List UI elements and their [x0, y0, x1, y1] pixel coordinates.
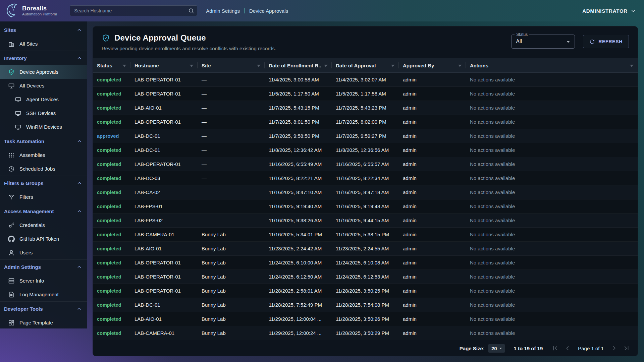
column-header-hostname[interactable]: Hostname	[130, 58, 198, 72]
filter-icon[interactable]	[629, 63, 634, 68]
previous-page-icon[interactable]	[564, 345, 571, 352]
table-row[interactable]: completedLAB-AIO-01Bunny Lab11/23/2025, …	[93, 242, 638, 256]
cell-hostname: LAB-AIO-01	[130, 316, 198, 322]
devices-icon	[8, 82, 15, 89]
sidebar-item-log-management[interactable]: Log Management	[0, 288, 87, 301]
sidebar-item-all-sites[interactable]: All Sites	[0, 37, 87, 51]
cell-site: Bunny Lab	[198, 302, 265, 308]
column-header-status[interactable]: Status	[93, 58, 130, 72]
chevron-up-icon	[76, 27, 82, 33]
sidebar-item-filters[interactable]: Filters	[0, 190, 87, 204]
status-filter-select[interactable]: Status All	[511, 35, 575, 49]
table-row[interactable]: completedLAB-OPERATOR-01Bunny Lab11/24/2…	[93, 256, 638, 270]
column-header-actions[interactable]: Actions	[466, 58, 638, 72]
filter-icon[interactable]	[122, 63, 127, 68]
table-row[interactable]: completedLAB-DC-01Bunny Lab11/28/2025, 7…	[93, 298, 638, 312]
sidebar-item-credentials[interactable]: Credentials	[0, 218, 87, 232]
refresh-button[interactable]: REFRESH	[583, 35, 629, 48]
column-header-approved-by[interactable]: Approved By	[399, 58, 466, 72]
table-row[interactable]: completedLAB-AIO-01Bunny Lab11/29/2025, …	[93, 312, 638, 326]
cell-actions: No actions available	[466, 232, 638, 237]
sidebar-item-all-devices[interactable]: All Devices	[0, 79, 87, 93]
sidebar-item-scheduled-jobs[interactable]: Scheduled Jobs	[0, 162, 87, 176]
table-row[interactable]: completedLAB-OPERATOR-01Bunny Lab11/24/2…	[93, 270, 638, 284]
cell-date-of-approval: 11/28/2025, 3:50:25 PM	[332, 288, 399, 294]
column-header-date-of-approval[interactable]: Date of Approval	[332, 58, 399, 72]
filter-icon[interactable]	[390, 63, 395, 68]
sidebar-item-label: SSH Devices	[26, 110, 56, 116]
filter-icon[interactable]	[256, 63, 261, 68]
column-header-date-of-enrollment-r[interactable]: Date of Enrollment R...	[265, 58, 332, 72]
cell-site: —	[198, 161, 265, 167]
table-row[interactable]: completedLAB-CAMERA-01Bunny Lab11/16/202…	[93, 228, 638, 242]
brand-title: Borealis	[22, 5, 57, 12]
sidebar-item-github-api-token[interactable]: GitHub API Token	[0, 232, 87, 246]
sidebar-item-label: Filters	[19, 194, 33, 200]
sidebar-item-device-approvals[interactable]: Device Approvals	[0, 65, 87, 79]
table-row[interactable]: completedLAB-OPERATOR-01—11/16/2025, 6:5…	[93, 157, 638, 171]
sidebar-item-users[interactable]: Users	[0, 246, 87, 259]
cell-date-of-enrollment: 11/16/2025, 9:38:26 AM	[265, 218, 332, 223]
table-body: completedLAB-OPERATOR-01—11/4/2025, 3:00…	[93, 73, 638, 340]
page-size-control: Page Size: 20	[460, 344, 505, 353]
section-header-filters-groups[interactable]: Filters & Groups	[0, 176, 87, 190]
cell-date-of-enrollment: 11/7/2025, 9:58:50 PM	[265, 133, 332, 139]
cell-status: completed	[93, 147, 130, 153]
table-row[interactable]: approvedLAB-DC-01—11/7/2025, 9:58:50 PM1…	[93, 129, 638, 143]
filter-icon[interactable]	[323, 63, 328, 68]
sidebar-item-label: Users	[19, 250, 33, 255]
table-row[interactable]: completedLAB-DC-01—11/8/2025, 12:36:42 A…	[93, 143, 638, 157]
section-header-sites[interactable]: Sites	[0, 23, 87, 37]
table-row[interactable]: completedLAB-AIO-01—11/7/2025, 5:43:15 P…	[93, 101, 638, 115]
page-indicator: Page 1 of 1	[578, 346, 604, 351]
search-input[interactable]	[70, 5, 197, 16]
section-header-access-management[interactable]: Access Management	[0, 204, 87, 218]
chevron-up-icon	[76, 264, 82, 270]
sidebar-item-agent-devices[interactable]: Agent Devices	[0, 93, 87, 106]
cell-approved-by: admin	[399, 288, 466, 294]
sidebar-item-page-template[interactable]: Page Template	[0, 316, 87, 328]
first-page-icon[interactable]	[551, 345, 559, 352]
section-header-developer-tools[interactable]: Developer Tools	[0, 302, 87, 316]
section-header-task-automation[interactable]: Task Automation	[0, 134, 87, 148]
cell-date-of-approval: 11/8/2025, 12:36:56 AM	[332, 147, 399, 153]
table-row[interactable]: completedLAB-OPERATOR-01Bunny Lab11/28/2…	[93, 284, 638, 298]
table-row[interactable]: completedLAB-CA-02—11/16/2025, 8:47:10 A…	[93, 185, 638, 199]
cell-actions: No actions available	[466, 288, 638, 294]
cell-status: completed	[93, 77, 130, 82]
cell-date-of-enrollment: 11/7/2025, 8:01:50 PM	[265, 119, 332, 125]
sidebar-item-ssh-devices[interactable]: SSH Devices	[0, 106, 87, 120]
table-row[interactable]: completedLAB-OPERATOR-01—11/4/2025, 3:00…	[93, 73, 638, 87]
table-row[interactable]: completedLAB-OPERATOR-01—11/7/2025, 8:01…	[93, 115, 638, 129]
last-page-icon[interactable]	[623, 345, 630, 352]
cell-date-of-enrollment: 11/16/2025, 8:22:21 AM	[265, 175, 332, 181]
table-row[interactable]: completedLAB-FPS-01—11/16/2025, 9:19:40 …	[93, 199, 638, 214]
table-row[interactable]: completedLAB-DC-03—11/16/2025, 8:22:21 A…	[93, 171, 638, 185]
table-row[interactable]: completedLAB-CAMERA-01Bunny Lab11/29/202…	[93, 326, 638, 340]
sidebar-item-winrm-devices[interactable]: WinRM Devices	[0, 120, 87, 134]
cell-site: Bunny Lab	[198, 246, 265, 251]
next-page-icon[interactable]	[610, 345, 618, 352]
table-row[interactable]: completedLAB-OPERATOR-01—11/5/2025, 1:17…	[93, 87, 638, 101]
filter-icon[interactable]	[457, 63, 463, 68]
breadcrumb-admin-settings[interactable]: Admin Settings	[206, 8, 240, 14]
cell-date-of-enrollment: 11/24/2025, 6:10:00 AM	[265, 260, 332, 265]
cell-approved-by: admin	[399, 260, 466, 265]
section-label: Inventory	[4, 55, 27, 61]
user-menu[interactable]: ADMINISTRATOR	[582, 7, 637, 14]
sidebar-item-server-info[interactable]: Server Info	[0, 274, 87, 288]
page-size-select[interactable]: 20	[488, 344, 505, 353]
cell-actions: No actions available	[466, 246, 638, 251]
cell-site: —	[198, 119, 265, 125]
cell-date-of-approval: 11/28/2025, 7:54:08 PM	[332, 302, 399, 308]
section-header-admin-settings[interactable]: Admin Settings	[0, 260, 87, 274]
section-header-inventory[interactable]: Inventory	[0, 51, 87, 65]
sidebar-item-assemblies[interactable]: Assemblies	[0, 148, 87, 162]
column-header-site[interactable]: Site	[198, 58, 265, 72]
filter-icon[interactable]	[189, 63, 194, 68]
cell-date-of-approval: 11/7/2025, 5:43:23 PM	[332, 105, 399, 111]
cell-status: completed	[93, 260, 130, 265]
table-row[interactable]: completedLAB-FPS-02—11/16/2025, 9:38:26 …	[93, 214, 638, 228]
breadcrumb-device-approvals[interactable]: Device Approvals	[249, 8, 288, 14]
cell-approved-by: admin	[399, 316, 466, 322]
